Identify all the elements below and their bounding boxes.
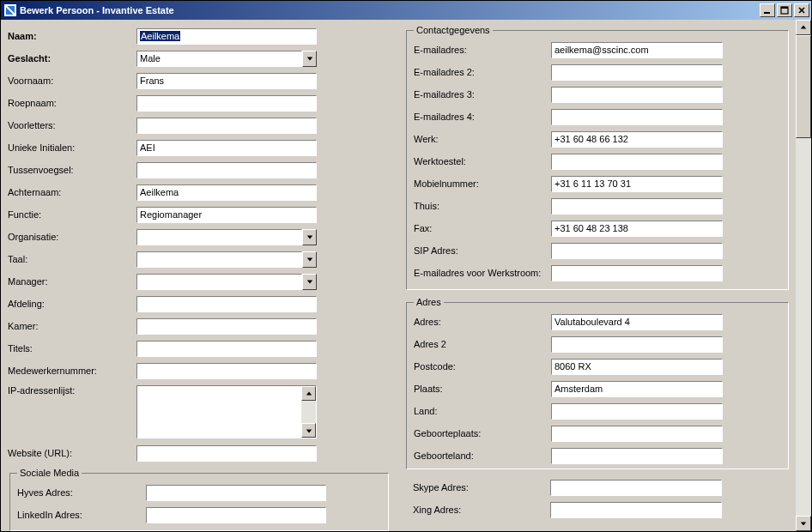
organisatie-dropdown-button[interactable] — [302, 229, 317, 245]
fax-field[interactable]: +31 60 48 23 138 — [551, 221, 723, 237]
manager-combo[interactable] — [136, 274, 317, 290]
functie-field[interactable]: Regiomanager — [136, 207, 317, 223]
organisatie-combo[interactable] — [136, 229, 317, 245]
contact-group: Contactgegevens E-mailadres: aeilkema@ss… — [406, 25, 789, 290]
label-ipadressen: IP-adressenlijst: — [8, 385, 136, 396]
label-fax: Fax: — [414, 223, 551, 233]
label-thuis: Thuis: — [414, 201, 551, 211]
scroll-up-button[interactable] — [796, 20, 811, 35]
label-medewerkernr: Medewerkernummer: — [8, 366, 136, 376]
label-roepnaam: Roepnaam: — [8, 98, 136, 108]
adres2-field[interactable] — [551, 336, 723, 353]
postcode-field[interactable]: 8060 RX — [551, 359, 723, 375]
scroll-down-button[interactable] — [796, 516, 811, 531]
label-emailwerkstroom: E-mailadres voor Werkstroom: — [414, 268, 551, 278]
label-werktoestel: Werktoestel: — [414, 156, 551, 166]
scroll-track[interactable] — [796, 138, 811, 516]
thuis-field[interactable] — [551, 198, 723, 215]
label-land: Land: — [414, 406, 551, 416]
label-mobiel: Mobielnummer: — [414, 178, 551, 189]
window-title: Bewerk Persoon - Invantive Estate — [20, 5, 758, 15]
app-icon — [4, 4, 16, 16]
label-geboorteland: Geboorteland: — [414, 450, 551, 461]
voorletters-field[interactable] — [136, 118, 317, 134]
email3-field[interactable] — [551, 87, 723, 103]
werk-field[interactable]: +31 60 48 66 132 — [551, 131, 723, 148]
medewerkernr-field[interactable] — [136, 363, 317, 379]
land-field[interactable] — [551, 403, 723, 420]
label-skype: Skype Adres: — [413, 482, 550, 493]
adres-group: Adres Adres: Valutaboulevard 4 Adres 2 P… — [406, 297, 789, 469]
svg-rect-1 — [764, 12, 770, 14]
label-werk: Werk: — [414, 134, 551, 144]
titlebar: Bewerk Persoon - Invantive Estate — [1, 1, 811, 20]
label-taal: Taal: — [8, 254, 136, 264]
afdeling-field[interactable] — [136, 296, 317, 312]
window: Bewerk Persoon - Invantive Estate Naam: … — [0, 0, 812, 532]
hyves-field[interactable] — [146, 485, 326, 501]
label-achternaam: Achternaam: — [8, 187, 136, 197]
sociale-right: Skype Adres: Xing Adres: — [406, 469, 789, 521]
label-website: Website (URL): — [8, 448, 136, 458]
sip-field[interactable] — [551, 243, 723, 259]
ipadressen-field[interactable] — [136, 385, 317, 438]
skype-field[interactable] — [550, 480, 722, 496]
label-linkedin: LinkedIn Adres: — [17, 510, 146, 520]
label-email2: E-mailadres 2: — [414, 67, 551, 77]
email4-field[interactable] — [551, 109, 723, 125]
close-button[interactable] — [794, 3, 809, 17]
label-geboorteplaats: Geboorteplaats: — [414, 428, 551, 438]
scroll-track[interactable] — [301, 401, 316, 423]
geboorteland-field[interactable] — [551, 448, 723, 464]
label-adres1: Adres: — [414, 317, 551, 327]
titels-field[interactable] — [136, 341, 317, 357]
label-adres2: Adres 2 — [414, 339, 551, 349]
roepnaam-field[interactable] — [136, 95, 317, 112]
label-organisatie: Organisatie: — [8, 232, 136, 242]
linkedin-field[interactable] — [146, 507, 326, 523]
email2-field[interactable] — [551, 64, 723, 81]
website-field[interactable] — [136, 445, 317, 462]
tussenvoegsel-field[interactable] — [136, 162, 317, 178]
emailwerkstroom-field[interactable] — [551, 265, 723, 281]
scroll-up-button[interactable] — [301, 386, 316, 401]
mobiel-field[interactable]: +31 6 11 13 70 31 — [551, 176, 723, 192]
werktoestel-field[interactable] — [551, 154, 723, 170]
label-hyves: Hyves Adres: — [17, 487, 146, 498]
label-sip: SIP Adres: — [414, 245, 551, 256]
taal-dropdown-button[interactable] — [302, 251, 317, 268]
label-plaats: Plaats: — [414, 384, 551, 394]
right-column: Contactgegevens E-mailadres: aeilkema@ss… — [406, 25, 789, 531]
sociale-media-legend: Sociale Media — [17, 468, 82, 478]
label-email4: E-mailadres 4: — [414, 112, 551, 122]
xing-field[interactable] — [550, 502, 722, 518]
left-column: Naam: Aeilkema Geslacht: Male Voornaam: … — [8, 25, 391, 531]
label-tussenvoegsel: Tussenvoegsel: — [8, 165, 136, 175]
naam-field[interactable]: Aeilkema — [136, 28, 317, 45]
label-naam: Naam: — [8, 31, 136, 41]
label-geslacht: Geslacht: — [8, 53, 136, 63]
adres1-field[interactable]: Valutaboulevard 4 — [551, 314, 723, 330]
ipadressen-scrollbar[interactable] — [301, 386, 316, 438]
label-manager: Manager: — [8, 276, 136, 287]
manager-dropdown-button[interactable] — [302, 274, 317, 290]
maximize-button[interactable] — [777, 3, 792, 17]
vertical-scrollbar[interactable] — [796, 20, 811, 531]
geboorteplaats-field[interactable] — [551, 426, 723, 442]
kamer-field[interactable] — [136, 318, 317, 335]
plaats-field[interactable]: Amsterdam — [551, 381, 723, 397]
scroll-thumb[interactable] — [796, 35, 811, 138]
label-voornaam: Voornaam: — [8, 76, 136, 86]
email1-field[interactable]: aeilkema@sscinc.com — [551, 42, 723, 58]
voornaam-field[interactable]: Frans — [136, 73, 317, 89]
label-functie: Functie: — [8, 209, 136, 220]
taal-combo[interactable] — [136, 251, 317, 268]
label-email1: E-mailadres: — [414, 45, 551, 55]
svg-rect-3 — [781, 7, 788, 9]
achternaam-field[interactable]: Aeilkema — [136, 184, 317, 201]
scroll-down-button[interactable] — [301, 423, 316, 438]
geslacht-combo[interactable]: Male — [136, 51, 317, 67]
minimize-button[interactable] — [760, 3, 775, 17]
geslacht-dropdown-button[interactable] — [302, 51, 317, 67]
initialen-field[interactable]: AEI — [136, 140, 317, 156]
